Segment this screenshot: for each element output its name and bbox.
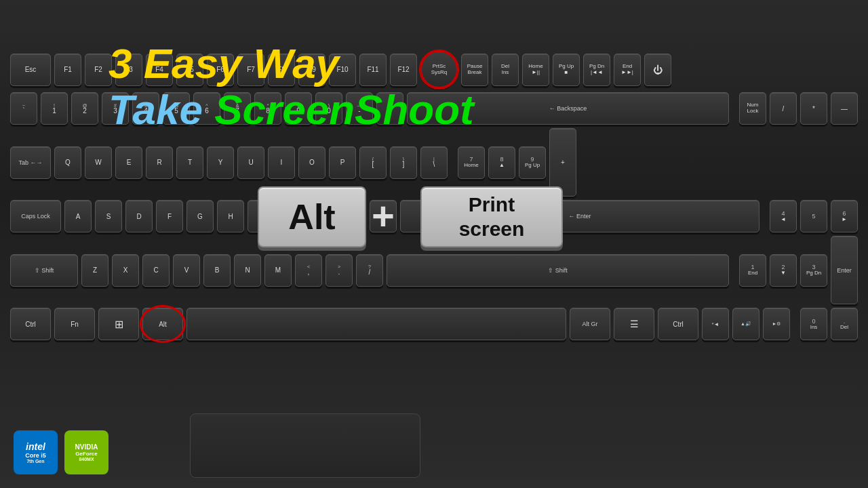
title-line2: Take ScreenShoot bbox=[108, 87, 474, 133]
key-menu[interactable]: ☰ bbox=[614, 308, 654, 340]
key-a[interactable]: A bbox=[64, 200, 92, 232]
key-brightness-up[interactable]: ▲🔊 bbox=[732, 308, 760, 340]
key-num4[interactable]: 4◄ bbox=[770, 200, 797, 232]
alt-key-large[interactable]: Alt bbox=[258, 186, 366, 247]
key-s[interactable]: S bbox=[95, 200, 122, 232]
key-numdot[interactable]: .Del bbox=[831, 308, 858, 340]
key-p[interactable]: P bbox=[329, 146, 356, 179]
bottom-row: Ctrl Fn ⊞ Alt Alt Gr ☰ Ctrl *◄ ▲🔊 ►⚙ 0In… bbox=[10, 308, 858, 340]
title-take: Take bbox=[108, 86, 214, 133]
key-backslash[interactable]: |\ bbox=[420, 146, 448, 179]
key-n[interactable]: N bbox=[234, 254, 261, 287]
key-b[interactable]: B bbox=[203, 254, 231, 287]
key-num9[interactable]: 9Pg Up bbox=[519, 146, 546, 179]
key-spacebar[interactable] bbox=[186, 308, 566, 340]
plus-sign: + bbox=[372, 193, 395, 239]
key-q[interactable]: Q bbox=[54, 146, 81, 179]
key-win[interactable]: ⊞ bbox=[98, 308, 139, 340]
key-2[interactable]: @2 bbox=[71, 92, 98, 125]
key-num2[interactable]: 2▼ bbox=[770, 254, 797, 287]
key-v[interactable]: V bbox=[173, 254, 200, 287]
key-num3[interactable]: 3Pg Dn bbox=[800, 254, 827, 287]
key-e[interactable]: E bbox=[115, 146, 142, 179]
nvidia-logo: NVIDIA GeForce 840MX bbox=[64, 430, 108, 474]
key-del[interactable]: DelIns bbox=[492, 54, 519, 86]
key-numpad-minus[interactable]: — bbox=[831, 92, 858, 125]
key-z[interactable]: Z bbox=[81, 254, 108, 287]
intel-gen: 7th Gen bbox=[26, 459, 44, 464]
key-r[interactable]: R bbox=[146, 146, 173, 179]
key-f[interactable]: F bbox=[156, 200, 183, 232]
key-g[interactable]: G bbox=[186, 200, 214, 232]
key-pgup[interactable]: Pg Up■ bbox=[553, 54, 580, 86]
key-lctrl[interactable]: Ctrl bbox=[10, 308, 51, 340]
print-screen-label: Printscreen bbox=[459, 192, 525, 241]
key-tab[interactable]: Tab ←→ bbox=[10, 146, 51, 179]
key-end[interactable]: End►►| bbox=[614, 54, 641, 86]
key-1[interactable]: !1 bbox=[41, 92, 68, 125]
key-x[interactable]: X bbox=[112, 254, 139, 287]
key-numlock[interactable]: NumLock bbox=[739, 92, 766, 125]
key-comma[interactable]: <, bbox=[295, 254, 322, 287]
key-c[interactable]: C bbox=[142, 254, 170, 287]
key-num1[interactable]: 1End bbox=[739, 254, 766, 287]
key-media-fwd[interactable]: ►⚙ bbox=[763, 308, 790, 340]
intel-brand: intel bbox=[26, 441, 45, 452]
alt-key-label: Alt bbox=[288, 197, 335, 237]
key-m[interactable]: M bbox=[264, 254, 292, 287]
key-w[interactable]: W bbox=[85, 146, 112, 179]
intel-logo: intel Core i5 7th Gen bbox=[14, 430, 58, 474]
key-rbracket[interactable]: }] bbox=[390, 146, 417, 179]
key-period[interactable]: >. bbox=[326, 254, 353, 287]
key-lshift[interactable]: ⇧ Shift bbox=[10, 254, 78, 287]
title-line1: 3 Easy Way bbox=[108, 41, 474, 87]
key-f2[interactable]: F2 bbox=[85, 54, 112, 86]
key-num5[interactable]: 5 bbox=[800, 200, 827, 232]
title-screenshot: ScreenShoot bbox=[214, 86, 473, 133]
key-y[interactable]: Y bbox=[207, 146, 234, 179]
key-num7[interactable]: 7Home bbox=[458, 146, 485, 179]
key-lalt[interactable]: Alt bbox=[142, 308, 183, 340]
key-numpad-slash[interactable]: / bbox=[770, 92, 797, 125]
print-screen-key-large[interactable]: Printscreen bbox=[420, 186, 563, 247]
nvidia-model: 840MX bbox=[79, 457, 94, 462]
key-lbracket[interactable]: {[ bbox=[359, 146, 387, 179]
key-pgdn[interactable]: Pg Dn|◄◄ bbox=[583, 54, 610, 86]
key-fn[interactable]: Fn bbox=[54, 308, 95, 340]
trackpad[interactable] bbox=[190, 413, 420, 478]
key-backtick[interactable]: ~` bbox=[10, 92, 37, 125]
key-esc[interactable]: Esc bbox=[10, 54, 51, 86]
key-t[interactable]: T bbox=[176, 146, 203, 179]
logos-section: intel Core i5 7th Gen NVIDIA GeForce 840… bbox=[14, 430, 108, 474]
key-f1[interactable]: F1 bbox=[54, 54, 81, 86]
key-u[interactable]: U bbox=[237, 146, 264, 179]
key-altgr[interactable]: Alt Gr bbox=[570, 308, 610, 340]
key-o[interactable]: O bbox=[298, 146, 326, 179]
key-home[interactable]: Home►|| bbox=[522, 54, 549, 86]
nvidia-brand: NVIDIA bbox=[75, 443, 98, 451]
title-overlay: 3 Easy Way Take ScreenShoot bbox=[108, 41, 474, 133]
key-num6[interactable]: 6► bbox=[831, 200, 858, 232]
intel-core: Core i5 bbox=[25, 452, 46, 459]
key-media-back[interactable]: *◄ bbox=[702, 308, 729, 340]
key-numpad-star[interactable]: * bbox=[800, 92, 827, 125]
key-num0[interactable]: 0Ins bbox=[800, 308, 827, 340]
key-slash[interactable]: ?/ bbox=[356, 254, 383, 287]
key-power[interactable]: ⏻ bbox=[644, 54, 671, 86]
title-3: 3 Easy Way bbox=[108, 40, 339, 87]
key-capslock[interactable]: Caps Lock bbox=[10, 200, 61, 232]
key-rshift[interactable]: ⇧ Shift bbox=[387, 254, 729, 287]
key-d[interactable]: D bbox=[125, 200, 153, 232]
key-i[interactable]: I bbox=[268, 146, 295, 179]
key-num8[interactable]: 8▲ bbox=[488, 146, 515, 179]
key-rctrl[interactable]: Ctrl bbox=[658, 308, 698, 340]
key-h[interactable]: H bbox=[217, 200, 244, 232]
nvidia-geforce: GeForce bbox=[75, 451, 97, 457]
key-numpad-enter[interactable]: Enter bbox=[831, 236, 858, 304]
